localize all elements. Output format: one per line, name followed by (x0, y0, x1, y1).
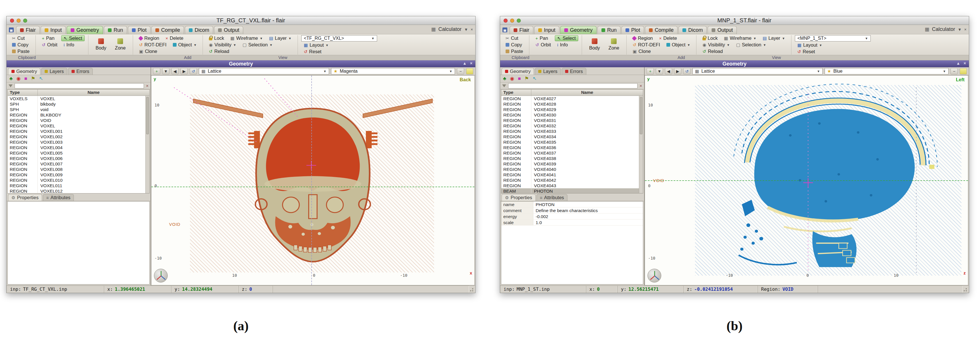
refresh-icon[interactable]: ↺ (683, 68, 690, 75)
column-header-name[interactable]: Name (38, 89, 150, 95)
ribbon-tab[interactable]: Plot (128, 26, 151, 34)
ribbon-tab[interactable]: Plot (622, 26, 644, 34)
property-row[interactable]: name PHOTON (501, 202, 643, 207)
cut-button[interactable]: ✂Cut (10, 35, 32, 41)
calculator-label[interactable]: Calculator (932, 26, 955, 32)
table-row[interactable]: SPH void (8, 107, 145, 112)
table-row[interactable]: REGION VOXEL008 (8, 167, 145, 172)
body-button[interactable]: Body (92, 35, 110, 54)
ribbon-tab[interactable]: Input (534, 26, 559, 34)
lock-button[interactable]: Lock (206, 35, 227, 41)
body-button[interactable]: Body (585, 35, 604, 54)
info-button[interactable]: iInfo (555, 42, 578, 48)
delete-button[interactable]: ×Delete (657, 35, 679, 41)
panel-close-icon[interactable]: × (964, 61, 966, 65)
ribbon-tab[interactable]: Output (214, 26, 243, 34)
sidebar-tab[interactable]: Layers (535, 68, 561, 75)
table-row[interactable]: REGION VOXE4037 (501, 150, 639, 156)
copy-button[interactable]: Copy (10, 42, 32, 48)
table-row[interactable]: REGION VOXE4029 (501, 107, 639, 112)
table-row[interactable]: REGION VOXEL007 (8, 161, 145, 167)
lattice-dropdown[interactable]: ▦ Lattice ▼ (692, 68, 822, 75)
table-row[interactable]: REGION VOXE4036 (501, 145, 639, 150)
edit-icon[interactable]: ↖ (533, 76, 537, 81)
maximize-button[interactable] (23, 19, 27, 22)
region-button[interactable]: Region (137, 35, 162, 41)
table-row[interactable]: REGION VOXEL009 (8, 172, 145, 177)
table-row[interactable]: REGION VOXEL002 (8, 134, 145, 139)
orbit-button[interactable]: ↺Orbit (533, 42, 554, 48)
table-row[interactable]: REGION VOXEL012 (8, 188, 145, 193)
collapse-toolbar-icon[interactable]: − (951, 68, 958, 75)
cut-button[interactable]: ✂Cut (503, 35, 526, 41)
table-row[interactable]: SPH blkbody (8, 101, 145, 107)
property-row[interactable]: comment Define the beam characteristics (501, 207, 643, 213)
rot-defi-button[interactable]: ↺ROT-DEFI (630, 42, 663, 48)
add-zone-icon[interactable]: ◉ (16, 76, 21, 81)
select-button[interactable]: ↖Select (555, 35, 578, 41)
visibility-button[interactable]: ◉Visibility▼ (206, 42, 239, 48)
layout-button[interactable]: ▦Layout▼ (795, 42, 825, 48)
table-row[interactable]: REGION VOXE4034 (501, 134, 639, 139)
ribbon-tab[interactable]: Input (41, 26, 66, 34)
ribbon-tab[interactable]: Compile (645, 26, 678, 34)
calculator-label[interactable]: Calculator (438, 26, 461, 32)
lock-button[interactable]: Lock (700, 35, 720, 41)
properties-tab[interactable]: ⚙ Properties (501, 194, 536, 201)
lattice-dropdown[interactable]: ▦ Lattice ▼ (199, 68, 329, 75)
pan-button[interactable]: +Pan (533, 35, 554, 41)
table-row[interactable]: REGION VOXE4042 (501, 177, 639, 183)
table-row[interactable]: REGION VOXE4043 (501, 183, 639, 188)
table-row[interactable]: REGION VOXEL001 (8, 129, 145, 134)
layer-color-dropdown[interactable]: ★ Blue ▼ (825, 68, 948, 75)
table-row[interactable]: REGION VOXE4031 (501, 118, 639, 123)
reset-button[interactable]: ↺Reset (795, 49, 818, 55)
layer-button[interactable]: ▤Layer▼ (266, 35, 294, 41)
ribbon-tab[interactable]: Flair (16, 26, 40, 34)
panel-close-icon[interactable]: × (470, 61, 473, 65)
delete-button[interactable]: ×Delete (163, 35, 186, 41)
sidebar-tab[interactable]: Geometry (8, 68, 40, 75)
project-dropdown[interactable]: <TF_RG_CT_VXL> ▼ (301, 35, 377, 41)
pan-button[interactable]: +Pan (39, 35, 60, 41)
panel-collapse-icon[interactable]: ▲ (956, 61, 960, 65)
nav-back-icon[interactable]: ◀ (665, 68, 672, 75)
table-row[interactable]: REGION VOXE4040 (501, 167, 639, 172)
table-row[interactable]: REGION VOXEL011 (8, 183, 145, 188)
zone-button[interactable]: Zone (605, 35, 623, 54)
collapse-toolbar-icon[interactable]: − (457, 68, 464, 75)
property-row[interactable]: scale 1.0 (501, 220, 643, 226)
copy-button[interactable]: Copy (503, 42, 526, 48)
ribbon-tab[interactable]: Run (597, 26, 620, 34)
table-row[interactable]: REGION VOXEL010 (8, 177, 145, 183)
column-header-name[interactable]: Name (531, 89, 643, 95)
table-row[interactable]: REGION VOXEL005 (8, 150, 145, 156)
nav-forward-icon[interactable]: ▶ (181, 68, 188, 75)
info-button[interactable]: iInfo (61, 42, 85, 48)
add-body-icon[interactable]: ♣ (503, 76, 506, 81)
properties-tab[interactable]: ≡ Attributes (43, 194, 74, 201)
rot-defi-button[interactable]: ↺ROT-DEFI (137, 42, 169, 48)
table-row[interactable]: REGION VOXEL006 (8, 156, 145, 161)
edit-icon[interactable]: ↖ (39, 76, 43, 81)
titlebar[interactable]: MNP_1_ST.flair - flair (500, 16, 969, 25)
resize-grip[interactable] (469, 286, 475, 293)
table-row[interactable]: REGION VOXE4033 (501, 129, 639, 134)
table-row[interactable]: REGION VOXE4041 (501, 172, 639, 177)
add-zone-icon[interactable]: ◉ (510, 76, 514, 81)
object-button[interactable]: Object▼ (170, 42, 199, 48)
table-row[interactable]: REGION VOXE4027 (501, 96, 639, 101)
sidebar-tab[interactable]: Geometry (501, 68, 534, 75)
nav-back-icon[interactable]: ◀ (172, 68, 178, 75)
chevron-down-icon[interactable]: ▼ (958, 27, 962, 32)
filter-clear-icon[interactable]: × (146, 83, 148, 88)
refresh-icon[interactable]: ↺ (190, 68, 197, 75)
property-row[interactable]: energy -0.002 (501, 213, 643, 220)
tree-scrollbar[interactable] (639, 96, 643, 193)
table-row[interactable]: REGION VOXEL (8, 123, 145, 129)
ribbon-tab[interactable]: Dicom (678, 26, 707, 34)
object-button[interactable]: Object▼ (664, 42, 693, 48)
geometry-viewport[interactable]: Back y x VOID 100-10 100-10 (151, 75, 475, 285)
table-row[interactable]: REGION VOXEL004 (8, 145, 145, 150)
select-button[interactable]: ↖Select (61, 35, 85, 41)
